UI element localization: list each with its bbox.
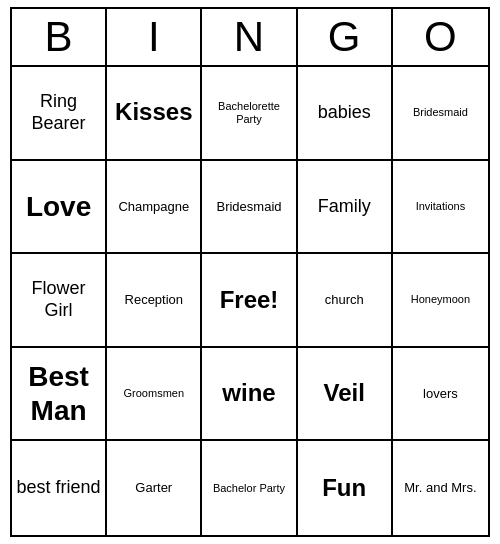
bingo-cell: Bridesmaid (393, 67, 488, 161)
cell-text: Flower Girl (16, 278, 101, 321)
cell-text: babies (318, 102, 371, 124)
bingo-cell: babies (298, 67, 393, 161)
cell-text: Ring Bearer (16, 91, 101, 134)
bingo-cell: Flower Girl (12, 254, 107, 348)
cell-text: Best Man (16, 360, 101, 427)
header-letter: I (107, 9, 202, 65)
bingo-cell: Best Man (12, 348, 107, 442)
bingo-cell: wine (202, 348, 297, 442)
bingo-cell: Veil (298, 348, 393, 442)
cell-text: church (325, 292, 364, 308)
bingo-cell: lovers (393, 348, 488, 442)
bingo-cell: best friend (12, 441, 107, 535)
header-letter: B (12, 9, 107, 65)
cell-text: Family (318, 196, 371, 218)
header-letter: N (202, 9, 297, 65)
cell-text: Honeymoon (411, 293, 470, 306)
cell-text: Free! (220, 286, 279, 315)
bingo-cell: Bridesmaid (202, 161, 297, 255)
cell-text: Reception (125, 292, 184, 308)
cell-text: Champagne (118, 199, 189, 215)
cell-text: Veil (324, 379, 365, 408)
cell-text: Bachelorette Party (206, 100, 291, 126)
cell-text: Garter (135, 480, 172, 496)
header-letter: O (393, 9, 488, 65)
bingo-cell: Bachelorette Party (202, 67, 297, 161)
bingo-cell: Champagne (107, 161, 202, 255)
cell-text: Mr. and Mrs. (404, 480, 476, 496)
bingo-grid: Ring BearerKissesBachelorette Partybabie… (12, 67, 488, 535)
bingo-cell: Ring Bearer (12, 67, 107, 161)
bingo-cell: Love (12, 161, 107, 255)
cell-text: Bachelor Party (213, 482, 285, 495)
bingo-cell: Fun (298, 441, 393, 535)
cell-text: Fun (322, 474, 366, 503)
bingo-cell: Reception (107, 254, 202, 348)
bingo-header: BINGO (12, 9, 488, 67)
bingo-cell: church (298, 254, 393, 348)
bingo-cell: Groomsmen (107, 348, 202, 442)
bingo-cell: Free! (202, 254, 297, 348)
bingo-cell: Family (298, 161, 393, 255)
bingo-cell: Bachelor Party (202, 441, 297, 535)
bingo-cell: Honeymoon (393, 254, 488, 348)
cell-text: lovers (423, 386, 458, 402)
bingo-cell: Invitations (393, 161, 488, 255)
cell-text: Invitations (416, 200, 466, 213)
cell-text: best friend (17, 477, 101, 499)
bingo-cell: Mr. and Mrs. (393, 441, 488, 535)
cell-text: Bridesmaid (216, 199, 281, 215)
cell-text: Love (26, 190, 91, 224)
cell-text: Groomsmen (124, 387, 185, 400)
cell-text: Kisses (115, 98, 192, 127)
bingo-cell: Garter (107, 441, 202, 535)
bingo-cell: Kisses (107, 67, 202, 161)
cell-text: wine (222, 379, 275, 408)
cell-text: Bridesmaid (413, 106, 468, 119)
bingo-card: BINGO Ring BearerKissesBachelorette Part… (10, 7, 490, 537)
header-letter: G (298, 9, 393, 65)
